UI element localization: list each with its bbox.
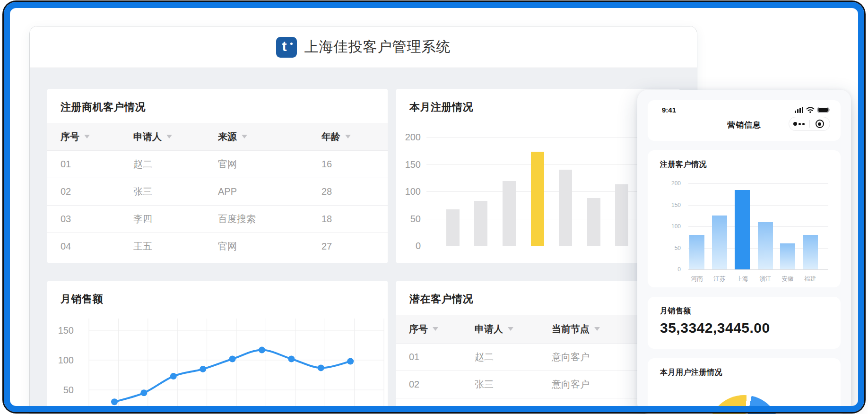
- table-cell: 李四: [133, 213, 218, 225]
- status-icons: [795, 107, 830, 113]
- phone-status-nav-card: 9:41 营: [648, 100, 841, 141]
- phone-monthly-sales-card: 月销售额 35,3342,3445.00: [648, 297, 841, 349]
- table-cell: 01: [47, 159, 133, 170]
- card-title: 注册客户情况: [648, 150, 841, 170]
- phone-user-registration-card: 本月用户注册情况: [648, 358, 841, 414]
- miniprogram-capsule: [789, 117, 830, 131]
- sort-down-icon[interactable]: [242, 135, 247, 138]
- table-cell: 02: [47, 186, 133, 197]
- table-cell: 张三: [133, 185, 218, 198]
- bar: [689, 235, 704, 269]
- record-circle-icon: [816, 120, 824, 128]
- bar: [758, 222, 773, 269]
- x-axis-label: 江苏: [708, 275, 731, 283]
- bar: [474, 201, 487, 246]
- column-label: 当前节点: [552, 323, 590, 336]
- column-header-serial[interactable]: 序号: [396, 323, 475, 336]
- sort-down-icon[interactable]: [84, 135, 90, 138]
- y-axis-label: 150: [665, 202, 681, 208]
- sort-down-icon[interactable]: [166, 135, 172, 138]
- ellipsis-icon: [799, 123, 801, 125]
- table-cell: 赵二: [475, 351, 552, 363]
- ellipsis-icon: [793, 122, 797, 126]
- app-header: t 上海佳投客户管理系统: [30, 26, 697, 68]
- bar: [559, 170, 572, 246]
- sort-down-icon[interactable]: [508, 327, 513, 331]
- signal-icon: [795, 107, 803, 113]
- bar-highlighted: [735, 190, 750, 269]
- gridline: [688, 269, 828, 270]
- phone-region-bar-chart: 200150100500河南江苏上海浙江安徽福建: [648, 176, 841, 287]
- app-title: 上海佳投客户管理系统: [304, 37, 451, 57]
- table-cell: 28: [321, 186, 388, 197]
- column-label: 年龄: [321, 130, 340, 143]
- table-cell: 官网: [218, 158, 321, 171]
- logo-glyph: t: [282, 38, 287, 54]
- gridline: [688, 183, 828, 184]
- column-label: 序号: [409, 323, 428, 336]
- x-axis-label: 浙江: [754, 275, 777, 283]
- table-header: 序号 申请人 来源 年龄: [47, 123, 388, 150]
- app-logo: t: [276, 37, 297, 58]
- column-header-source[interactable]: 来源: [218, 130, 321, 143]
- table-rows: 01赵二官网1602张三APP2803李四百度搜索1804王五官网27: [47, 150, 388, 260]
- user-registration-pie-chart: [708, 395, 780, 414]
- table-cell: 张三: [475, 378, 552, 391]
- monthly-sales-card: 月销售额 50100150: [47, 281, 388, 414]
- table-row: 04王五官网27: [47, 233, 388, 260]
- card-title: 月销售额: [47, 281, 388, 306]
- column-header-applicant[interactable]: 申请人: [133, 130, 218, 143]
- phone-page-title: 营销信息: [727, 120, 761, 130]
- bar: [446, 209, 460, 246]
- more-button[interactable]: [789, 117, 809, 130]
- column-header-age[interactable]: 年龄: [321, 130, 388, 143]
- bar: [587, 198, 600, 246]
- table-row: 03李四百度搜索18: [47, 205, 388, 233]
- y-axis-label: 0: [665, 266, 681, 273]
- phone-registered-customers-card: 注册客户情况 200150100500河南江苏上海浙江安徽福建: [648, 150, 841, 287]
- table-cell: APP: [218, 186, 321, 197]
- column-header-serial[interactable]: 序号: [47, 130, 133, 143]
- table-cell: 01: [396, 352, 475, 362]
- y-axis-label: 150: [54, 325, 74, 336]
- table-cell: 04: [47, 241, 133, 252]
- y-axis-label: 100: [665, 223, 681, 230]
- bar: [712, 216, 727, 269]
- sort-down-icon[interactable]: [433, 327, 438, 331]
- sort-down-icon[interactable]: [345, 135, 351, 138]
- table-cell: 16: [321, 159, 388, 170]
- y-axis-label: 100: [397, 186, 421, 197]
- bar: [803, 235, 818, 269]
- card-title: 注册商机客户情况: [47, 89, 388, 114]
- phone-nav-bar: 营销信息: [648, 114, 841, 136]
- x-axis-label: 上海: [731, 275, 754, 283]
- wifi-icon: [806, 107, 815, 113]
- bar: [503, 181, 516, 246]
- table-cell: 02: [396, 379, 475, 390]
- bar: [615, 184, 628, 246]
- column-label: 序号: [61, 130, 79, 143]
- phone-status-bar: 9:41: [648, 100, 841, 114]
- x-axis-label: 安徽: [776, 275, 799, 283]
- table-cell: 百度搜索: [218, 213, 321, 225]
- y-axis-label: 50: [665, 245, 681, 251]
- browser-window: t 上海佳投客户管理系统 注册商机客户情况 序号 申请人 来源 年龄: [29, 26, 697, 414]
- table-cell: 27: [321, 241, 388, 252]
- bar: [780, 243, 795, 269]
- x-axis-label: 福建: [799, 275, 822, 283]
- table-row: 02张三APP28: [47, 178, 388, 205]
- column-header-applicant[interactable]: 申请人: [475, 323, 552, 336]
- battery-icon: [817, 107, 830, 113]
- card-title: 月销售额: [648, 297, 841, 316]
- table-cell: 王五: [133, 240, 218, 253]
- sort-down-icon[interactable]: [594, 327, 600, 331]
- table-cell: 赵二: [133, 158, 218, 171]
- registered-customers-card: 注册商机客户情况 序号 申请人 来源 年龄 01赵二官网1602张三APP280…: [47, 89, 388, 263]
- monthly-sales-line-chart: 50100150: [47, 316, 388, 414]
- y-axis-label: 50: [397, 213, 421, 224]
- close-button[interactable]: [810, 117, 830, 130]
- table-cell: 03: [47, 214, 133, 224]
- y-axis-label: 50: [54, 385, 74, 396]
- column-label: 来源: [218, 130, 237, 143]
- table-cell: 18: [321, 214, 388, 224]
